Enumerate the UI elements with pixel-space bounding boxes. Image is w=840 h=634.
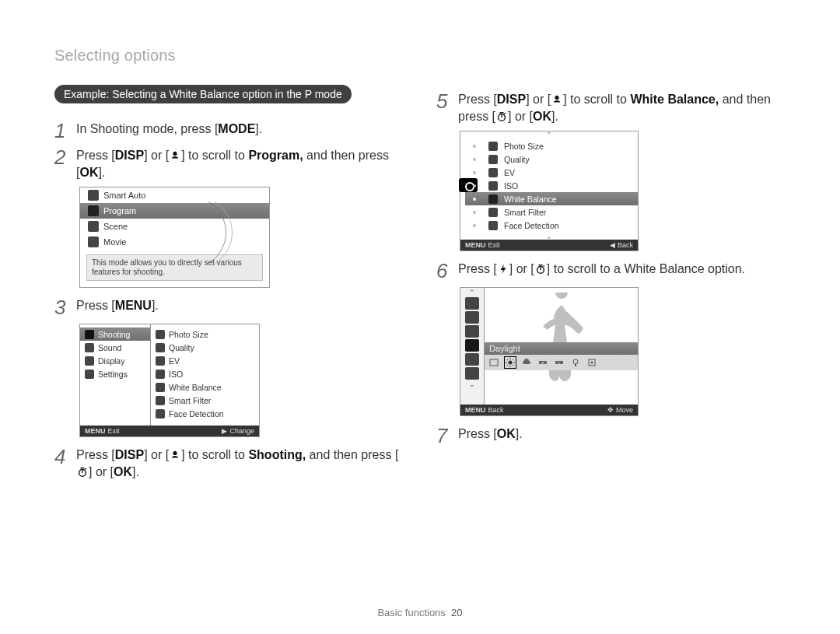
- settings-icon: [85, 370, 94, 379]
- right-arrow-icon: ▶: [222, 427, 227, 435]
- opt-face-detection: Face Detection: [151, 407, 259, 420]
- step-number: 3: [54, 297, 76, 317]
- wb-tungsten-icon: [571, 358, 580, 367]
- example-pill: Example: Selecting a White Balance optio…: [54, 85, 352, 103]
- disp-button-label: DISP: [115, 149, 144, 162]
- chevron-up-icon: ⌃: [460, 131, 638, 138]
- options-list-screenshot: ⌃ Photo Size Quality EV ISO White Balanc…: [460, 131, 639, 251]
- opt-white-balance: White Balance: [151, 380, 259, 394]
- step-4: 4 Press [DISP] or [] to scroll to Shooti…: [54, 447, 404, 480]
- step-7: 7 Press [OK].: [436, 426, 786, 446]
- page-title: Selecting options: [54, 47, 786, 65]
- timer-right-icon: [77, 467, 88, 478]
- step-text: Press [OK].: [458, 426, 523, 443]
- menu-shooting: Shooting: [80, 328, 150, 341]
- opt-quality: Quality: [465, 152, 638, 166]
- menu-display: Display: [80, 354, 150, 367]
- svg-line-9: [507, 359, 508, 360]
- menu-left-pane: Shooting Sound Display Settings: [80, 324, 151, 426]
- footer-section: Basic functions: [377, 607, 445, 618]
- wb-side-icon-6: [465, 367, 479, 380]
- iso-icon: [156, 370, 165, 379]
- display-icon: [85, 356, 94, 366]
- wb-options-row: H L: [485, 355, 638, 370]
- menu-footer-btn: MENU: [465, 406, 486, 414]
- flash-left-icon: [498, 264, 509, 275]
- step-text: Press [] or [] to scroll to a White Bala…: [458, 261, 745, 278]
- iso-icon: [488, 181, 498, 191]
- mode-row-smart-auto: Smart Auto: [80, 187, 269, 203]
- wb-fluorescent-h-icon: H: [538, 358, 548, 367]
- wb-daylight-icon: [506, 358, 515, 367]
- opt-photo-size: Photo Size: [465, 139, 638, 152]
- opt-smart-filter: Smart Filter: [151, 394, 259, 407]
- step-1: 1 In Shooting mode, press [MODE].: [54, 121, 404, 141]
- white-balance-label: White Balance,: [630, 93, 719, 106]
- ok-button-label: OK: [497, 427, 516, 440]
- photo-size-icon: [156, 330, 165, 339]
- mode-button-label: MODE: [218, 122, 255, 135]
- step-5: 5 Press [DISP] or [] to scroll to White …: [436, 91, 786, 124]
- menu-button-label: MENU: [115, 299, 152, 312]
- move-icon: ✥: [607, 406, 614, 414]
- chevron-down-icon: ⌄: [469, 381, 475, 387]
- wb-cloudy-icon: [522, 358, 531, 367]
- svg-text:H: H: [542, 361, 544, 365]
- camera-icon: [85, 330, 94, 339]
- wb-side-icon-4-selected: [465, 339, 479, 352]
- step-number: 7: [436, 426, 458, 446]
- scene-icon: [88, 221, 99, 232]
- wb-fluorescent-l-icon: L: [555, 358, 564, 367]
- program-label: Program,: [248, 149, 303, 162]
- page-footer: Basic functions 20: [0, 607, 840, 618]
- step-3: 3 Press [MENU].: [54, 297, 404, 317]
- ok-button-label: OK: [533, 110, 551, 123]
- face-detection-icon: [488, 221, 498, 230]
- smart-filter-icon: [488, 208, 498, 217]
- photo-size-icon: [488, 142, 498, 151]
- ev-icon: [488, 168, 498, 177]
- svg-point-20: [591, 362, 593, 364]
- timer-right-icon: [496, 111, 507, 122]
- disp-button-label: DISP: [115, 448, 144, 461]
- opt-white-balance: White Balance: [465, 192, 638, 205]
- step-number: 1: [54, 121, 76, 141]
- opt-quality: Quality: [151, 341, 259, 354]
- white-balance-icon: [488, 194, 498, 204]
- smart-filter-icon: [156, 396, 165, 405]
- screenshot-footer: MENUExit ▶Change: [80, 426, 259, 436]
- opt-photo-size: Photo Size: [151, 328, 259, 341]
- disp-button-label: DISP: [497, 93, 526, 106]
- svg-line-10: [513, 365, 513, 366]
- svg-rect-18: [575, 364, 576, 366]
- opt-face-detection: Face Detection: [465, 219, 638, 232]
- step-text: Press [DISP] or [] to scroll to White Ba…: [458, 91, 786, 124]
- menu-screenshot: Shooting Sound Display Settings Photo Si…: [79, 324, 260, 437]
- step-text: Press [MENU].: [76, 297, 159, 314]
- wb-side-icon-3: [465, 325, 479, 338]
- chevron-down-icon: ⌄: [460, 233, 638, 240]
- step-6: 6 Press [] or [] to scroll to a White Ba…: [436, 261, 786, 281]
- ok-button-label: OK: [79, 166, 98, 179]
- svg-rect-3: [490, 359, 498, 366]
- mode-list-screenshot: Smart Auto Program Scene Movie This mode…: [79, 187, 270, 288]
- quality-icon: [488, 155, 498, 164]
- chevron-up-icon: ⌃: [469, 289, 475, 296]
- menu-right-pane: Photo Size Quality EV ISO White Balance …: [151, 324, 259, 426]
- ev-icon: [156, 356, 165, 366]
- svg-point-4: [509, 361, 513, 365]
- step-number: 5: [436, 91, 458, 111]
- wb-custom-icon: [587, 358, 597, 367]
- macro-down-icon: [170, 450, 180, 461]
- menu-footer-btn: MENU: [465, 241, 486, 249]
- macro-down-icon: [170, 150, 180, 161]
- face-detection-icon: [156, 409, 165, 419]
- screenshot-footer: MENUBack ✥Move: [460, 405, 638, 415]
- movie-icon: [88, 236, 99, 247]
- wb-sidebar: ⌃ ⌄: [460, 288, 485, 405]
- opt-iso: ISO: [151, 367, 259, 380]
- wb-picker-screenshot: ⌃ ⌄ Daylight: [460, 287, 639, 416]
- left-column: Example: Selecting a White Balance optio…: [54, 85, 404, 486]
- quality-icon: [156, 343, 165, 352]
- wb-side-icon-1: [465, 297, 479, 310]
